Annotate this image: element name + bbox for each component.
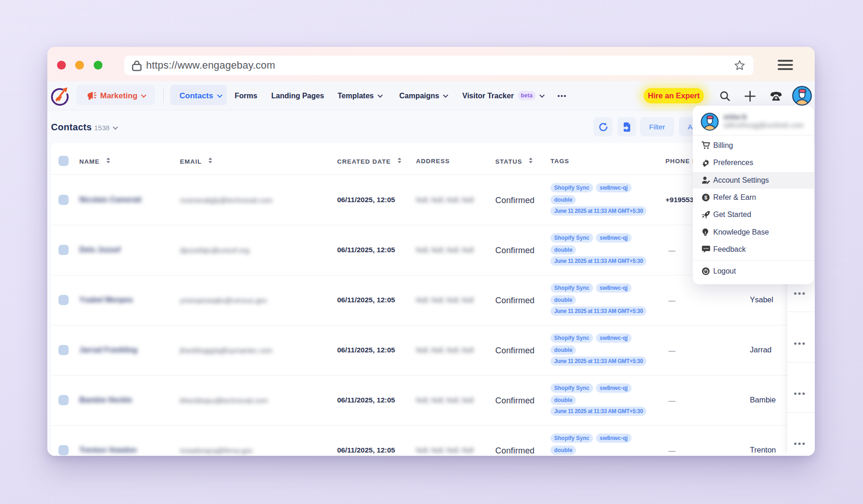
svg-text:$: $ [704,195,708,200]
